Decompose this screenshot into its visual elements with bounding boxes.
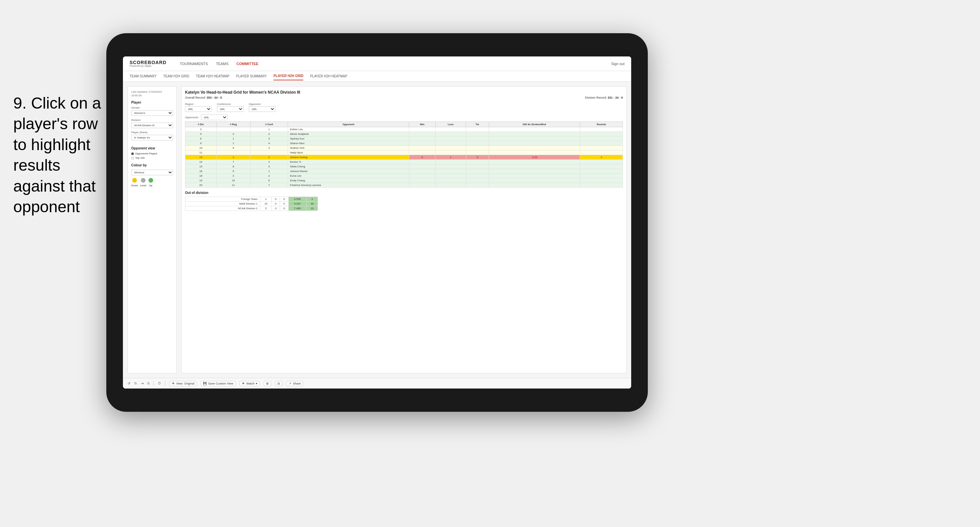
colour-by-title: Colour by xyxy=(131,163,173,167)
colour-by-select[interactable]: Win/loss xyxy=(131,170,173,175)
ood-table-row[interactable]: NCAA Division 25007.40010 xyxy=(185,206,318,211)
table-row[interactable]: 11Haeji Hyun xyxy=(185,151,623,155)
instruction-text: 9. Click on a player's row to highlight … xyxy=(13,93,103,217)
opponent-select[interactable]: (All) xyxy=(249,106,275,112)
main-content: Last Updated: 27/03/202416:55:28 Player … xyxy=(123,82,631,378)
grid-btn[interactable]: ⊟ xyxy=(275,381,282,386)
col-div: # Div xyxy=(185,122,216,127)
undo-icon[interactable]: ↺ xyxy=(127,381,130,385)
data-table: # Div # Reg # Conf Opponent Win Loss Tie… xyxy=(185,122,623,187)
subnav-player-h2h-grid[interactable]: PLAYER H2H GRID xyxy=(274,72,303,80)
radio-opponents-played[interactable]: Opponents Played xyxy=(131,152,173,155)
grid-title: Katelyn Vo Head-to-Head Grid for Women's… xyxy=(185,90,623,95)
toolbar-separator-2 xyxy=(165,381,165,386)
left-panel: Last Updated: 27/03/202416:55:28 Player … xyxy=(127,86,177,373)
legend-up-dot xyxy=(148,178,153,183)
legend-level-dot xyxy=(141,178,145,183)
subnav-team-h2h-heatmap[interactable]: TEAM H2H HEATMAP xyxy=(196,72,229,80)
watch-icon: 👁 xyxy=(242,382,245,385)
sign-out[interactable]: Sign out xyxy=(611,62,625,66)
division-select[interactable]: NCAA Division III xyxy=(131,122,173,128)
tablet-frame: SCOREBOARD Powered by clippd TOURNAMENTS… xyxy=(106,33,648,412)
watch-btn[interactable]: 👁 Watch ▾ xyxy=(240,381,260,386)
region-select[interactable]: (All) xyxy=(185,106,212,112)
subnav-team-h2h-grid[interactable]: TEAM H2H GRID xyxy=(164,72,189,80)
col-tie: Tie xyxy=(466,122,489,127)
legend-level-label: Level xyxy=(140,184,146,187)
table-row[interactable]: 31Esther Lee xyxy=(185,127,623,132)
nav-tournaments[interactable]: TOURNAMENTS xyxy=(180,60,208,67)
opponent-view-title: Opponent view xyxy=(131,146,173,150)
view-icon: 👁 xyxy=(172,382,175,385)
radio-opponents-played-label: Opponents Played xyxy=(135,152,157,155)
opponent-label: Opponent xyxy=(249,103,275,106)
nav-links: TOURNAMENTS TEAMS COMMITTEE xyxy=(180,60,601,67)
table-row[interactable]: 1311Jessica Huang010-3.002 xyxy=(185,155,623,160)
player-rank-select[interactable]: 8. Katelyn Vo xyxy=(131,135,173,140)
ood-table-row[interactable]: Foreign Team1004.5002 xyxy=(185,197,318,202)
opponent-filter-group: Opponent (All) xyxy=(249,103,275,112)
subnav-player-h2h-heatmap[interactable]: PLAYER H2H HEATMAP xyxy=(310,72,347,80)
table-row[interactable]: 1585Stella Cheng xyxy=(185,164,623,169)
col-opponent: Opponent xyxy=(288,122,409,127)
table-row[interactable]: 1691Jessica Mason xyxy=(185,169,623,174)
watch-chevron-icon: ▾ xyxy=(256,382,258,385)
col-rounds: Rounds xyxy=(580,122,623,127)
ood-table-row[interactable]: NAIA Division 115009.26730 xyxy=(185,202,318,206)
legend-row: Down Level Up xyxy=(131,178,173,187)
subnav: TEAM SUMMARY TEAM H2H GRID TEAM H2H HEAT… xyxy=(123,71,631,82)
share-btn[interactable]: ↗ Share xyxy=(286,381,303,386)
out-of-division-table: Foreign Team1004.5002NAIA Division 11500… xyxy=(185,197,318,211)
opponents-row: Opponents: (All) xyxy=(185,114,623,120)
bottom-toolbar: ↺ ↻ ⇥ ⎘ ⏱ 👁 View: Original 💾 Save Custom… xyxy=(123,378,631,389)
save-custom-label: Save Custom View xyxy=(208,382,233,385)
brand: SCOREBOARD Powered by clippd xyxy=(130,60,166,67)
save-custom-btn[interactable]: 💾 Save Custom View xyxy=(200,381,235,386)
col-diff: Diff Av Strokes/Rnd xyxy=(489,122,580,127)
save-icon: 💾 xyxy=(203,382,207,385)
right-panel: Katelyn Vo Head-to-Head Grid for Women's… xyxy=(181,86,627,373)
division-label: Division xyxy=(131,119,173,122)
copy-icon[interactable]: ⎘ xyxy=(148,381,150,385)
table-row[interactable]: 19106Emily Chang xyxy=(185,178,623,183)
conference-select[interactable]: (All) xyxy=(217,106,243,112)
nav-committee[interactable]: COMMITTEE xyxy=(237,60,258,67)
opponents-select[interactable]: (All) xyxy=(201,114,228,120)
brand-sub: Powered by clippd xyxy=(130,65,166,67)
overall-record: Overall Record: 353 - 34 - 6 xyxy=(185,96,222,99)
subnav-team-summary[interactable]: TEAM SUMMARY xyxy=(130,72,157,80)
legend-down-dot xyxy=(132,178,137,183)
table-row[interactable]: 20117Federica Domecq Lacroze xyxy=(185,183,623,187)
table-row[interactable]: 1822Euna Lee xyxy=(185,174,623,178)
toolbar-separator-1 xyxy=(153,381,154,386)
conference-filter-group: Conference (All) xyxy=(217,103,243,112)
view-original-label: View: Original xyxy=(176,382,194,385)
view-original-btn[interactable]: 👁 View: Original xyxy=(169,381,197,386)
share-label: Share xyxy=(293,382,301,385)
nav-teams[interactable]: TEAMS xyxy=(216,60,229,67)
radio-top100-dot xyxy=(131,157,134,159)
redo-icon[interactable]: ↻ xyxy=(134,381,137,385)
table-row[interactable]: 613Sydney Kuo xyxy=(185,137,623,141)
col-conf: # Conf xyxy=(250,122,288,127)
legend-up: Up xyxy=(148,178,153,187)
forward-icon[interactable]: ⇥ xyxy=(141,381,143,385)
table-row[interactable]: 522Alexis Sudjianto xyxy=(185,132,623,137)
subnav-player-summary[interactable]: PLAYER SUMMARY xyxy=(236,72,267,80)
gender-select[interactable]: Women's xyxy=(131,110,173,116)
clock-icon[interactable]: ⏱ xyxy=(158,381,161,385)
navbar: SCOREBOARD Powered by clippd TOURNAMENTS… xyxy=(123,56,631,71)
layout-btn[interactable]: ⊞ xyxy=(264,381,271,386)
region-filter-group: Region (All) xyxy=(185,103,212,112)
table-row[interactable]: 1474Eunice Yi xyxy=(185,160,623,164)
table-row[interactable]: 914Sharon Mun xyxy=(185,141,623,146)
col-loss: Loss xyxy=(435,122,466,127)
tablet-screen: SCOREBOARD Powered by clippd TOURNAMENTS… xyxy=(123,56,631,389)
radio-top100-label: Top 100 xyxy=(135,156,145,159)
watch-label: Watch xyxy=(246,382,255,385)
conference-label: Conference xyxy=(217,103,243,106)
table-row[interactable]: 1063Andrea York xyxy=(185,146,623,151)
radio-top100[interactable]: Top 100 xyxy=(131,156,173,159)
player-rank-label: Player (Rank) xyxy=(131,131,173,134)
out-of-division-title: Out of division xyxy=(185,191,623,195)
